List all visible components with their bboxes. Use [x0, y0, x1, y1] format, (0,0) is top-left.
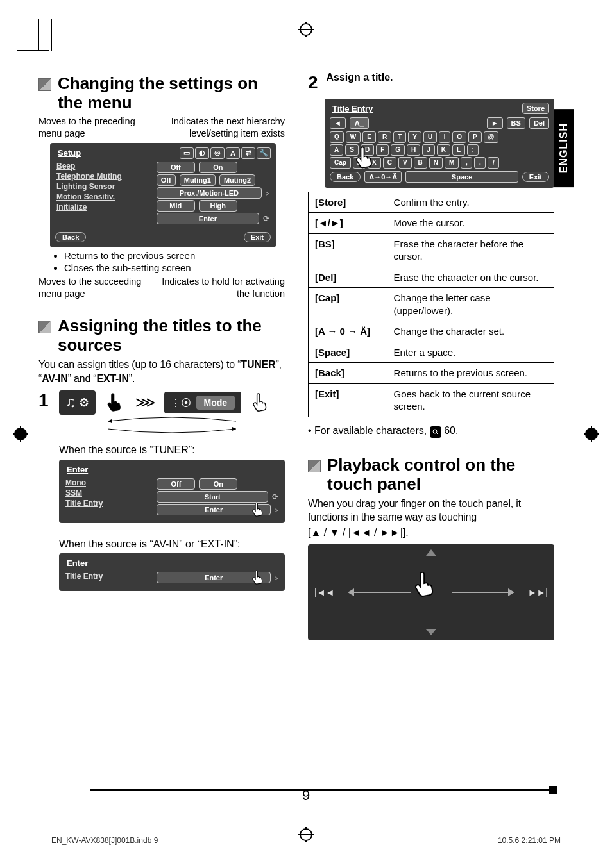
- menu-item-beep[interactable]: Beep: [56, 162, 149, 171]
- opt-beep-off[interactable]: Off: [157, 162, 195, 173]
- note-returns-previous: Returns to the previous screen: [64, 250, 285, 261]
- title-field[interactable]: A_: [350, 117, 369, 129]
- key-e[interactable]: E: [362, 131, 376, 143]
- reg-mark-right: [584, 426, 599, 442]
- svg-line-1: [436, 433, 438, 435]
- key-v[interactable]: V: [398, 157, 412, 169]
- tab-disc-icon[interactable]: ◎: [210, 147, 225, 159]
- step-2-text: Assign a title.: [326, 72, 393, 83]
- hold-icon: ⟳: [263, 214, 269, 223]
- del-button[interactable]: Del: [529, 117, 549, 129]
- section-bullet-icon: [308, 460, 321, 472]
- key-y[interactable]: Y: [408, 131, 421, 143]
- key-g[interactable]: G: [391, 144, 405, 156]
- opt-tel-off[interactable]: Off: [157, 174, 176, 186]
- space-button[interactable]: Space: [405, 171, 518, 183]
- tab-input-icon[interactable]: ⇄: [241, 147, 255, 159]
- key-c[interactable]: C: [383, 157, 396, 169]
- key-u[interactable]: U: [423, 131, 437, 143]
- opt-motion-high[interactable]: High: [199, 200, 237, 212]
- table-row: [◄/►]Move the cursor.: [309, 213, 554, 234]
- tab-text-icon[interactable]: A: [226, 147, 240, 159]
- gear-icon: ⚙: [79, 396, 89, 410]
- key-slash[interactable]: /: [488, 157, 499, 169]
- menu-item-tel-muting[interactable]: Telephone Muting: [56, 172, 149, 181]
- opt-tel-m2[interactable]: Muting2: [219, 174, 255, 186]
- table-row: [Store]Confirm the entry.: [309, 192, 554, 213]
- heading-text: Playback control on the touch panel: [327, 456, 554, 494]
- note-closes-subsetting: Closes the sub-setting screen: [64, 262, 285, 273]
- av-menu-icon[interactable]: ♫ ⚙: [59, 390, 96, 415]
- down-arrow-icon: [426, 629, 436, 635]
- menu-item-initialize[interactable]: Initialize: [56, 203, 149, 212]
- mode-item-title-entry[interactable]: Title Entry: [65, 499, 149, 508]
- key-p[interactable]: P: [468, 131, 482, 143]
- key-l[interactable]: L: [452, 144, 465, 156]
- touch-panel-demo: |◄◄ ►►|: [308, 544, 554, 640]
- opt-initialize-enter[interactable]: Enter: [157, 213, 259, 224]
- store-button[interactable]: Store: [522, 103, 549, 114]
- mode-item-ssm[interactable]: SSM: [65, 488, 149, 497]
- svg-point-0: [433, 430, 437, 433]
- opt-tel-m1[interactable]: Muting1: [180, 174, 216, 186]
- back-button[interactable]: Back: [330, 172, 361, 182]
- table-row: [Space]Enter a space.: [309, 342, 554, 363]
- mode-button[interactable]: ⋮⦿ Mode: [164, 392, 242, 413]
- key-j[interactable]: J: [422, 144, 435, 156]
- key-r[interactable]: R: [378, 131, 391, 143]
- key-cap[interactable]: Cap: [330, 157, 351, 169]
- key-k[interactable]: K: [437, 144, 450, 156]
- opt-mono-on[interactable]: On: [199, 478, 237, 490]
- key-i[interactable]: I: [439, 131, 450, 143]
- mode-title: Enter: [64, 557, 280, 569]
- key-a[interactable]: A: [330, 144, 343, 156]
- back-button[interactable]: Back: [55, 232, 86, 242]
- reg-mark-top: [298, 22, 314, 37]
- exit-button[interactable]: Exit: [244, 232, 271, 242]
- tap-hand-icon: [353, 145, 378, 171]
- charset-button[interactable]: A→0→Ä: [364, 171, 402, 183]
- bs-button[interactable]: BS: [507, 117, 525, 129]
- menu-item-lighting-sensor[interactable]: Lighting Sensor: [56, 182, 149, 191]
- key-at[interactable]: @: [484, 131, 499, 143]
- opt-mono-off[interactable]: Off: [157, 478, 195, 490]
- drag-left-arrow-icon: [353, 592, 411, 593]
- mode-item-title-entry[interactable]: Title Entry: [65, 572, 149, 581]
- key-o[interactable]: O: [452, 131, 466, 143]
- key-t[interactable]: T: [393, 131, 406, 143]
- setup-category-tabs[interactable]: ▭ ◐ ◎ A ⇄ 🔧: [180, 147, 271, 159]
- table-row: [A → 0 → Ä]Change the character set.: [309, 321, 554, 342]
- key-h[interactable]: H: [407, 144, 420, 156]
- crop-mark: [17, 50, 49, 51]
- opt-motion-mid[interactable]: Mid: [157, 200, 195, 212]
- key-period[interactable]: .: [474, 157, 486, 169]
- key-q[interactable]: Q: [330, 131, 344, 143]
- key-semicolon[interactable]: ;: [467, 144, 479, 156]
- section-bullet-icon: [38, 78, 51, 91]
- menu-item-motion-sens[interactable]: Motion Sensitiv.: [56, 192, 149, 201]
- key-comma[interactable]: ,: [461, 157, 472, 169]
- table-row: [Exit]Goes back to the current source sc…: [309, 383, 554, 417]
- mode-item-mono[interactable]: Mono: [65, 478, 149, 487]
- cursor-right-button[interactable]: ►: [487, 117, 503, 129]
- mode-panel-avext: Enter Title Entry Enter ▹: [59, 553, 285, 591]
- t: 60.: [444, 425, 458, 436]
- src-avin: AV-IN: [42, 373, 68, 384]
- key-m[interactable]: M: [445, 157, 459, 169]
- key-w[interactable]: W: [346, 131, 361, 143]
- setup-title: Setup: [55, 147, 83, 159]
- cursor-left-button[interactable]: ◄: [330, 117, 346, 129]
- heading-playback-control: Playback control on the touch panel: [308, 456, 554, 494]
- tab-display-icon[interactable]: ▭: [180, 147, 194, 159]
- key-n[interactable]: N: [429, 157, 443, 169]
- tab-tools-icon[interactable]: 🔧: [257, 147, 271, 159]
- exit-button[interactable]: Exit: [522, 172, 549, 182]
- skip-prev-icon: |◄◄: [314, 587, 334, 597]
- key-b[interactable]: B: [414, 157, 427, 169]
- opt-lighting[interactable]: Prox./Motion-LED: [157, 187, 262, 199]
- opt-beep-on[interactable]: On: [199, 162, 237, 173]
- tab-clock-icon[interactable]: ◐: [195, 147, 209, 159]
- src-extin: EXT-IN: [96, 373, 128, 384]
- mode-title: Enter: [64, 463, 280, 476]
- table-row: [BS]Erase the character before the curso…: [309, 233, 554, 267]
